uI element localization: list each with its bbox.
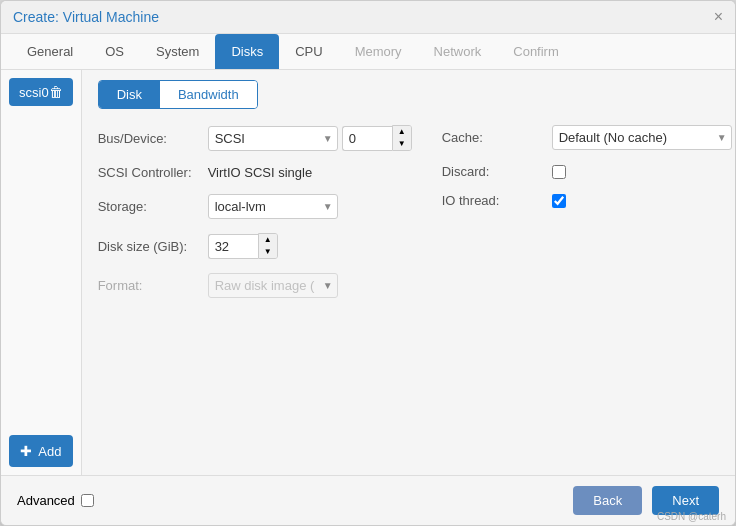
storage-select[interactable]: local-lvm local (208, 194, 338, 219)
device-spin: ▲ ▼ (392, 125, 412, 151)
plus-icon: ✚ (20, 443, 32, 459)
bus-select[interactable]: SCSI IDE SATA VirtIO Block (208, 126, 338, 151)
back-button[interactable]: Back (573, 486, 642, 515)
disk-form: Bus/Device: SCSI IDE SATA VirtIO Block ▼ (98, 125, 732, 312)
scsi-controller-value: VirtIO SCSI single (208, 165, 313, 180)
right-form-col: Cache: Default (No cache) No cache Write… (442, 125, 732, 312)
io-thread-row: IO thread: (442, 193, 732, 208)
disk-item-scsi0[interactable]: scsi0 🗑 (9, 78, 73, 106)
delete-disk-icon[interactable]: 🗑 (49, 84, 63, 100)
tabs-bar: General OS System Disks CPU Memory Netwo… (1, 34, 735, 70)
create-vm-dialog: Create: Virtual Machine × General OS Sys… (0, 0, 736, 526)
disk-size-row: Disk size (GiB): ▲ ▼ (98, 233, 412, 259)
bus-select-wrap: SCSI IDE SATA VirtIO Block ▼ (208, 126, 338, 151)
tab-system[interactable]: System (140, 34, 215, 69)
right-panel: Disk Bandwidth Bus/Device: SCSI IDE (82, 70, 735, 475)
main-content: scsi0 🗑 ✚ Add Disk Bandwidth Bus/D (1, 70, 735, 475)
subtabs: Disk Bandwidth (98, 80, 258, 109)
subtab-disk[interactable]: Disk (99, 81, 160, 108)
left-panel: scsi0 🗑 ✚ Add (1, 70, 82, 475)
disk-size-label: Disk size (GiB): (98, 239, 208, 254)
disk-item-label: scsi0 (19, 85, 49, 100)
io-thread-checkbox-wrap (552, 194, 566, 208)
bus-device-label: Bus/Device: (98, 131, 208, 146)
io-thread-label: IO thread: (442, 193, 552, 208)
format-row: Format: Raw disk image (raw ▼ (98, 273, 412, 298)
cache-select[interactable]: Default (No cache) No cache Write back W… (552, 125, 732, 150)
tab-confirm: Confirm (497, 34, 575, 69)
close-button[interactable]: × (714, 9, 723, 25)
tab-cpu[interactable]: CPU (279, 34, 338, 69)
device-number-input: ▲ ▼ (342, 125, 412, 151)
subtab-bandwidth[interactable]: Bandwidth (160, 81, 257, 108)
advanced-label: Advanced (17, 493, 75, 508)
tab-disks[interactable]: Disks (215, 34, 279, 69)
title-bar: Create: Virtual Machine × (1, 1, 735, 34)
disk-size-input: ▲ ▼ (208, 233, 278, 259)
advanced-checkbox[interactable] (81, 494, 94, 507)
storage-row: Storage: local-lvm local ▼ (98, 194, 412, 219)
format-select-wrap: Raw disk image (raw ▼ (208, 273, 338, 298)
cache-select-wrap: Default (No cache) No cache Write back W… (552, 125, 732, 150)
tab-os[interactable]: OS (89, 34, 140, 69)
disk-size-spin-up[interactable]: ▲ (259, 234, 277, 246)
scsi-controller-row: SCSI Controller: VirtIO SCSI single (98, 165, 412, 180)
device-spin-up[interactable]: ▲ (393, 126, 411, 138)
disk-size-spin: ▲ ▼ (258, 233, 278, 259)
bus-device-row: Bus/Device: SCSI IDE SATA VirtIO Block ▼ (98, 125, 412, 151)
left-form-col: Bus/Device: SCSI IDE SATA VirtIO Block ▼ (98, 125, 412, 312)
discard-checkbox[interactable] (552, 165, 566, 179)
disk-size-spin-down[interactable]: ▼ (259, 246, 277, 258)
add-button-label: Add (38, 444, 61, 459)
tab-general[interactable]: General (11, 34, 89, 69)
format-select: Raw disk image (raw (208, 273, 338, 298)
scsi-controller-label: SCSI Controller: (98, 165, 208, 180)
discard-checkbox-wrap (552, 165, 566, 179)
device-spin-down[interactable]: ▼ (393, 138, 411, 150)
discard-row: Discard: (442, 164, 732, 179)
storage-select-wrap: local-lvm local ▼ (208, 194, 338, 219)
tab-memory: Memory (339, 34, 418, 69)
device-number-field[interactable] (342, 126, 392, 151)
cache-row: Cache: Default (No cache) No cache Write… (442, 125, 732, 150)
footer-left: Advanced (17, 493, 94, 508)
watermark: CSDN @caterh (657, 511, 726, 522)
dialog-title: Create: Virtual Machine (13, 9, 159, 25)
dialog-footer: Advanced Back Next (1, 475, 735, 525)
tab-network: Network (418, 34, 498, 69)
format-label: Format: (98, 278, 208, 293)
io-thread-checkbox[interactable] (552, 194, 566, 208)
cache-label: Cache: (442, 130, 552, 145)
discard-label: Discard: (442, 164, 552, 179)
add-disk-button[interactable]: ✚ Add (9, 435, 73, 467)
storage-label: Storage: (98, 199, 208, 214)
disk-size-field[interactable] (208, 234, 258, 259)
